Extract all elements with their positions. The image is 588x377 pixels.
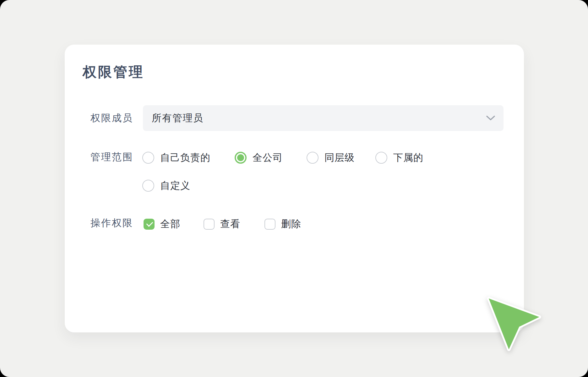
radio-icon[interactable] [307,152,318,164]
scope-label: 管理范围 [90,151,133,163]
checkbox-icon[interactable] [204,219,215,230]
scope-row-2: 自定义 [65,179,524,191]
permission-card: 权限管理 权限成员 所有管理员 管理范围 自己负责的 全公 [65,45,524,332]
checkbox-icon[interactable] [144,219,155,230]
radio-icon[interactable] [142,152,154,164]
radio-option-same-level[interactable]: 同层级 [307,151,355,164]
page-title: 权限管理 [83,63,144,81]
actions-label: 操作权限 [90,217,133,229]
permission-settings-page: 权限管理 权限成员 所有管理员 管理范围 自己负责的 全公 [0,0,588,377]
radio-option-whole-company[interactable]: 全公司 [235,151,283,164]
radio-icon[interactable] [142,180,154,192]
member-select-value: 所有管理员 [143,112,204,125]
member-label: 权限成员 [90,105,133,131]
radio-icon[interactable] [235,152,247,164]
chevron-down-icon [486,115,495,121]
member-select[interactable]: 所有管理员 [143,105,504,131]
radio-option-custom[interactable]: 自定义 [142,179,190,192]
actions-row: 操作权限 全部 查看 删除 [65,217,524,229]
member-row: 权限成员 所有管理员 [65,105,524,131]
radio-option-subordinates[interactable]: 下属的 [375,151,423,164]
scope-row: 管理范围 自己负责的 全公司 同层级 下属的 [65,151,524,163]
radio-option-self-managed[interactable]: 自己负责的 [142,151,210,164]
checkbox-option-delete[interactable]: 删除 [264,217,301,231]
checkbox-icon[interactable] [264,219,275,230]
checkbox-option-view[interactable]: 查看 [204,217,240,231]
radio-icon[interactable] [375,152,387,164]
checkbox-option-all[interactable]: 全部 [144,217,180,231]
